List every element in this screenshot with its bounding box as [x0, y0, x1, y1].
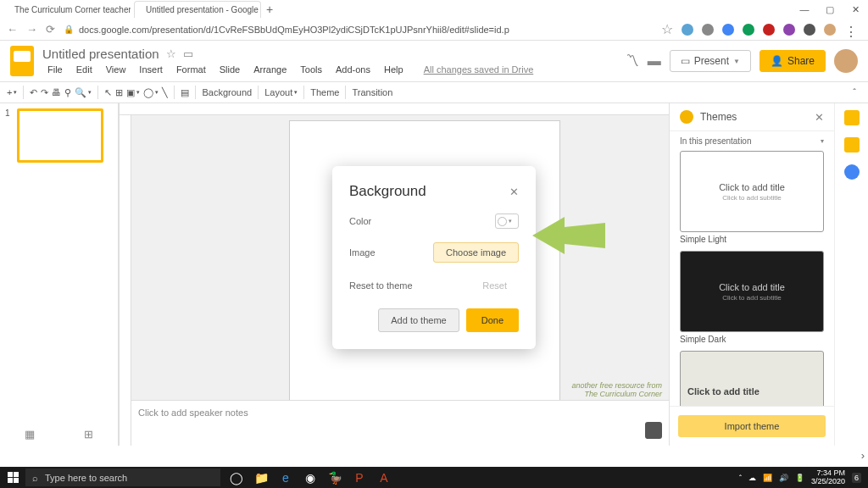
- tab-label: Untitled presentation - Google S: [146, 5, 261, 14]
- theme-card[interactable]: Click to add titleClick to add subtitle …: [680, 251, 824, 344]
- menu-addons[interactable]: Add-ons: [331, 63, 376, 76]
- taskbar-search[interactable]: ⌕ Type here to search: [25, 469, 220, 486]
- volume-icon[interactable]: 🔊: [779, 474, 788, 482]
- star-icon[interactable]: ☆: [166, 47, 176, 60]
- redo-icon[interactable]: ↷: [41, 87, 48, 98]
- slide-number: 1: [5, 108, 14, 163]
- shape-button[interactable]: ◯▾: [143, 87, 159, 98]
- line-icon[interactable]: ╲: [162, 87, 168, 98]
- explore-icon[interactable]: [645, 422, 662, 439]
- browser-tab[interactable]: The Curriculum Corner teachers ×: [3, 1, 131, 18]
- done-button[interactable]: Done: [466, 308, 519, 332]
- close-icon[interactable]: ✕: [815, 111, 824, 124]
- slide-thumbnail[interactable]: [17, 108, 103, 163]
- menu-help[interactable]: Help: [379, 63, 409, 76]
- maximize-icon[interactable]: ▢: [817, 0, 843, 19]
- transition-tool[interactable]: Transition: [352, 87, 392, 97]
- move-folder-icon[interactable]: ▭: [183, 47, 193, 60]
- tray-chevron-icon[interactable]: ˆ: [739, 474, 742, 482]
- share-button[interactable]: 👤 Share: [760, 50, 826, 72]
- keep-icon[interactable]: [844, 137, 860, 152]
- menu-slide[interactable]: Slide: [214, 63, 245, 76]
- undo-icon[interactable]: ↶: [30, 87, 37, 98]
- windows-taskbar: ⌕ Type here to search ◯ 📁 e ◉ 🦆 P A ˆ ☁ …: [0, 467, 868, 488]
- theme-card[interactable]: Click to add titleClick to add subtitle …: [680, 151, 824, 244]
- ext-icon[interactable]: [722, 24, 734, 36]
- back-icon[interactable]: ←: [7, 23, 18, 36]
- menu-arrange[interactable]: Arrange: [248, 63, 292, 76]
- acrobat-icon[interactable]: A: [373, 467, 395, 488]
- collapse-icon[interactable]: ˆ: [848, 87, 861, 97]
- new-slide-button[interactable]: +▾: [7, 87, 17, 97]
- paint-format-icon[interactable]: ⚲: [64, 87, 71, 98]
- reset-button[interactable]: Reset: [470, 276, 519, 295]
- menu-file[interactable]: File: [42, 63, 68, 76]
- theme-tool[interactable]: Theme: [310, 87, 339, 97]
- onedrive-icon[interactable]: ☁: [748, 474, 756, 482]
- image-insert-button[interactable]: ▣▾: [126, 87, 140, 98]
- speaker-notes[interactable]: Click to add speaker notes: [131, 400, 669, 446]
- calendar-icon[interactable]: [844, 110, 860, 125]
- slides-logo-icon[interactable]: [10, 46, 34, 76]
- ext-icon[interactable]: [702, 24, 714, 36]
- account-avatar[interactable]: [834, 49, 858, 73]
- wifi-icon[interactable]: 📶: [763, 474, 772, 482]
- background-tool[interactable]: Background: [202, 87, 252, 97]
- profile-icon[interactable]: [824, 24, 836, 36]
- app-icon[interactable]: 🦆: [324, 467, 346, 488]
- expand-sidepanel-icon[interactable]: ›: [861, 449, 865, 462]
- browser-tab-active[interactable]: Untitled presentation - Google S ×: [134, 1, 261, 18]
- close-icon[interactable]: ✕: [509, 186, 519, 198]
- filmstrip-view-icon[interactable]: ⊞: [84, 428, 93, 441]
- color-picker[interactable]: ▾: [495, 214, 519, 229]
- menu-tools[interactable]: Tools: [295, 63, 327, 76]
- forward-icon[interactable]: →: [26, 23, 37, 36]
- ext-icon[interactable]: [682, 24, 693, 36]
- theme-card[interactable]: Click to add title Streamline: [680, 351, 824, 406]
- add-to-theme-button[interactable]: Add to theme: [378, 308, 459, 332]
- layout-tool[interactable]: Layout▾: [264, 87, 298, 97]
- ext-icon[interactable]: [763, 24, 775, 36]
- url-field[interactable]: 🔒 docs.google.com/presentation/d/1CvReFS…: [64, 25, 653, 35]
- edge-icon[interactable]: e: [275, 467, 297, 488]
- cortana-icon[interactable]: ◯: [225, 467, 248, 488]
- start-button[interactable]: [0, 467, 25, 488]
- tasks-icon[interactable]: [844, 164, 860, 180]
- close-window-icon[interactable]: ✕: [843, 0, 868, 19]
- present-button[interactable]: ▭ Present ▼: [670, 50, 751, 72]
- ext-icon[interactable]: [783, 24, 795, 36]
- slide-film-strip: 1 ▦ ⊞: [0, 103, 119, 446]
- notifications-icon[interactable]: 6: [852, 473, 861, 483]
- doc-title[interactable]: Untitled presentation: [42, 47, 159, 61]
- ext-icon[interactable]: [804, 24, 815, 36]
- themes-subheader[interactable]: In this presentation ▾: [670, 131, 834, 151]
- activity-icon[interactable]: 〽: [626, 53, 639, 69]
- menu-format[interactable]: Format: [171, 63, 211, 76]
- ext-icon[interactable]: [743, 24, 754, 36]
- import-theme-button[interactable]: Import theme: [678, 415, 826, 437]
- clock[interactable]: 7:34 PM 3/25/2020: [811, 469, 845, 486]
- battery-icon[interactable]: 🔋: [795, 474, 804, 482]
- powerpoint-icon[interactable]: P: [348, 467, 370, 488]
- print-icon[interactable]: 🖶: [52, 87, 61, 97]
- zoom-button[interactable]: 🔍▾: [75, 87, 92, 98]
- menu-edit[interactable]: Edit: [71, 63, 97, 76]
- reload-icon[interactable]: ⟳: [46, 23, 55, 36]
- menu-view[interactable]: View: [101, 63, 131, 76]
- minimize-icon[interactable]: —: [792, 0, 817, 19]
- save-status[interactable]: All changes saved in Drive: [419, 63, 539, 76]
- chevron-down-icon[interactable]: ▼: [733, 58, 740, 65]
- bookmark-star-icon[interactable]: ☆: [661, 21, 673, 37]
- color-label: Color: [349, 216, 371, 226]
- choose-image-button[interactable]: Choose image: [433, 242, 519, 263]
- grid-view-icon[interactable]: ▦: [25, 428, 35, 441]
- select-icon[interactable]: ↖: [104, 87, 112, 98]
- menu-dots-icon[interactable]: ⋮: [844, 24, 856, 36]
- menu-insert[interactable]: Insert: [134, 63, 168, 76]
- comment-add-icon[interactable]: ▤: [181, 87, 189, 98]
- comments-icon[interactable]: ▬: [648, 53, 661, 69]
- textbox-icon[interactable]: ⊞: [115, 87, 123, 98]
- file-explorer-icon[interactable]: 📁: [250, 467, 272, 488]
- chrome-icon[interactable]: ◉: [299, 467, 321, 488]
- new-tab-button[interactable]: +: [261, 3, 278, 16]
